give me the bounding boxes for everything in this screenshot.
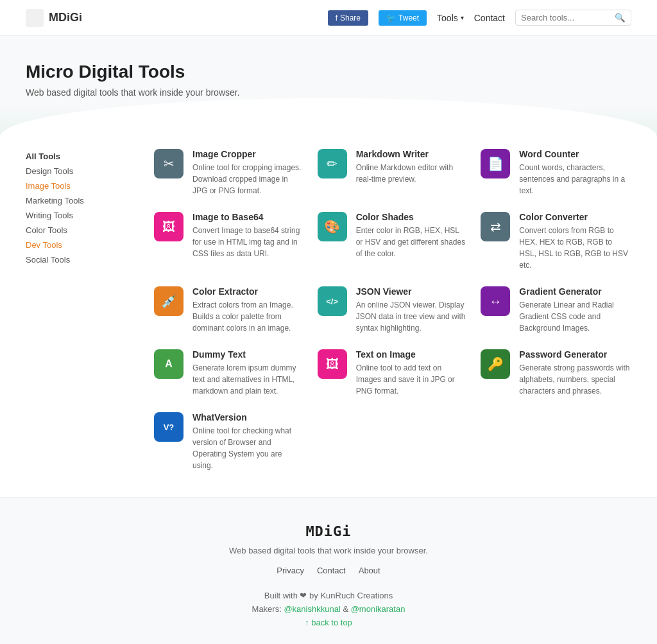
footer-link-about[interactable]: About bbox=[359, 566, 380, 575]
search-button[interactable]: 🔍 bbox=[615, 13, 626, 22]
svg-rect-0 bbox=[26, 9, 44, 27]
tool-card-markdown-writer[interactable]: ✏ Markdown Writer Online Markdown editor… bbox=[318, 149, 468, 196]
sidebar-item-dev-tools[interactable]: Dev Tools bbox=[26, 238, 128, 252]
tool-desc: Convert Image to base64 string for use i… bbox=[192, 225, 305, 259]
tool-card-color-extractor[interactable]: 💉 Color Extractor Extract colors from an… bbox=[154, 286, 305, 334]
tool-card-text-on-image[interactable]: 🖼 Text on Image Online tool to add text … bbox=[318, 349, 468, 397]
dummy-text-icon: A bbox=[154, 349, 183, 379]
back-to-top-link[interactable]: ↑ back to top bbox=[26, 618, 631, 627]
tool-name: Dummy Text bbox=[192, 349, 305, 360]
maker-monika[interactable]: @monikaratan bbox=[351, 604, 405, 614]
logo-icon: 🔧 bbox=[26, 9, 44, 27]
color-converter-icon: ⇄ bbox=[481, 212, 510, 241]
logo-area: 🔧 MDiGi bbox=[26, 9, 82, 27]
password-generator-icon: 🔑 bbox=[481, 349, 510, 379]
tool-card-image-cropper[interactable]: ✂ Image Cropper Online tool for cropping… bbox=[154, 149, 305, 196]
tool-card-gradient-generator[interactable]: ↔ Gradient Generator Generate Linear and… bbox=[481, 286, 631, 334]
footer-built: Built with ❤ by KunRuch Creations bbox=[26, 591, 631, 600]
sidebar-item-social-tools[interactable]: Social Tools bbox=[26, 252, 128, 267]
facebook-icon: f bbox=[336, 13, 337, 22]
tool-card-word-counter[interactable]: 📄 Word Counter Count words, characters, … bbox=[481, 149, 631, 196]
tool-desc: Online tool for cropping images. Downloa… bbox=[192, 162, 305, 196]
footer-logo: MDiGi bbox=[26, 523, 631, 539]
gradient-generator-icon: ↔ bbox=[481, 286, 510, 316]
tool-card-json-viewer[interactable]: </> JSON Viewer An online JSON viewer. D… bbox=[318, 286, 468, 334]
sidebar-item-design-tools[interactable]: Design Tools bbox=[26, 164, 128, 178]
header: 🔧 MDiGi f Share 🐦 Tweet Tools ▾ Contact … bbox=[0, 0, 657, 36]
tool-desc: Online tool to add text on Images and sa… bbox=[356, 362, 468, 397]
hero-section: Micro Digital Tools Web based digital to… bbox=[0, 36, 657, 136]
color-extractor-icon: 💉 bbox=[154, 286, 183, 316]
whatversion-icon: V? bbox=[154, 412, 183, 442]
word-counter-icon: 📄 bbox=[481, 149, 510, 178]
logo-text: MDiGi bbox=[49, 11, 82, 24]
tool-desc: Generate strong passwords with alphabets… bbox=[519, 362, 631, 397]
tool-name: Gradient Generator bbox=[519, 286, 631, 297]
tools-menu-button[interactable]: Tools ▾ bbox=[437, 13, 464, 23]
tool-card-whatversion[interactable]: V? WhatVersion Online tool for checking … bbox=[154, 412, 305, 471]
tool-card-password-generator[interactable]: 🔑 Password Generator Generate strong pas… bbox=[481, 349, 631, 397]
json-viewer-icon: </> bbox=[318, 286, 347, 316]
footer-link-contact[interactable]: Contact bbox=[317, 566, 346, 575]
main-content: All Tools Design Tools Image Tools Marke… bbox=[0, 136, 657, 497]
tool-name: WhatVersion bbox=[192, 412, 305, 422]
tool-name: Image to Base64 bbox=[192, 212, 305, 222]
contact-button[interactable]: Contact bbox=[474, 13, 505, 23]
markdown-writer-icon: ✏ bbox=[318, 149, 347, 178]
footer-link-privacy[interactable]: Privacy bbox=[277, 566, 304, 575]
sidebar-item-image-tools[interactable]: Image Tools bbox=[26, 178, 128, 193]
search-box: 🔍 bbox=[515, 10, 631, 26]
share-button[interactable]: f Share bbox=[328, 10, 368, 26]
tool-name: Image Cropper bbox=[192, 149, 305, 159]
sidebar: All Tools Design Tools Image Tools Marke… bbox=[26, 149, 128, 471]
image-to-base64-icon: 🖼 bbox=[154, 212, 183, 241]
footer-links: Privacy Contact About bbox=[26, 566, 631, 575]
tool-card-dummy-text[interactable]: A Dummy Text Generate lorem ipsum dummy … bbox=[154, 349, 305, 397]
tool-desc: Enter color in RGB, HEX, HSL or HSV and … bbox=[356, 225, 468, 259]
chevron-down-icon: ▾ bbox=[461, 14, 464, 21]
tool-name: Color Converter bbox=[519, 212, 631, 222]
sidebar-item-writing-tools[interactable]: Writing Tools bbox=[26, 208, 128, 223]
hero-subtitle: Web based digital tools that work inside… bbox=[26, 87, 631, 98]
sidebar-item-color-tools[interactable]: Color Tools bbox=[26, 223, 128, 238]
twitter-icon: 🐦 bbox=[386, 13, 396, 22]
footer-makers: Makers: @kanishkkunal & @monikaratan bbox=[26, 604, 631, 614]
tool-name: Password Generator bbox=[519, 349, 631, 360]
sidebar-item-all-tools[interactable]: All Tools bbox=[26, 149, 128, 164]
search-input[interactable] bbox=[521, 13, 611, 22]
color-shades-icon: 🎨 bbox=[318, 212, 347, 241]
image-cropper-icon: ✂ bbox=[154, 149, 183, 178]
tool-desc: Convert colors from RGB to HEX, HEX to R… bbox=[519, 225, 631, 271]
tool-desc: Generate lorem ipsum dummy text and alte… bbox=[192, 362, 305, 397]
tool-card-color-shades[interactable]: 🎨 Color Shades Enter color in RGB, HEX, … bbox=[318, 212, 468, 271]
tool-desc: Online tool for checking what version of… bbox=[192, 425, 305, 471]
tool-desc: Extract colors from an Image. Builds a c… bbox=[192, 299, 305, 334]
tools-grid: ✂ Image Cropper Online tool for cropping… bbox=[154, 149, 631, 471]
tool-name: JSON Viewer bbox=[356, 286, 468, 297]
tool-desc: Count words, characters, sentences and p… bbox=[519, 162, 631, 196]
tool-card-image-to-base64[interactable]: 🖼 Image to Base64 Convert Image to base6… bbox=[154, 212, 305, 271]
footer: MDiGi Web based digital tools that work … bbox=[0, 497, 657, 644]
tool-desc: An online JSON viewer. Display JSON data… bbox=[356, 299, 468, 334]
tool-card-color-converter[interactable]: ⇄ Color Converter Convert colors from RG… bbox=[481, 212, 631, 271]
tool-name: Color Shades bbox=[356, 212, 468, 222]
hero-title: Micro Digital Tools bbox=[26, 62, 631, 82]
tool-name: Markdown Writer bbox=[356, 149, 468, 159]
nav-area: f Share 🐦 Tweet Tools ▾ Contact 🔍 bbox=[328, 10, 631, 26]
tool-name: Color Extractor bbox=[192, 286, 305, 297]
text-on-image-icon: 🖼 bbox=[318, 349, 347, 379]
sidebar-item-marketing-tools[interactable]: Marketing Tools bbox=[26, 193, 128, 208]
maker-kanishk[interactable]: @kanishkkunal bbox=[284, 604, 340, 614]
tool-name: Word Counter bbox=[519, 149, 631, 159]
tool-desc: Online Markdown editor with real-time pr… bbox=[356, 162, 468, 185]
tweet-button[interactable]: 🐦 Tweet bbox=[379, 10, 427, 26]
footer-subtitle: Web based digital tools that work inside… bbox=[26, 546, 631, 555]
tool-desc: Generate Linear and Radial Gradient CSS … bbox=[519, 299, 631, 334]
tool-name: Text on Image bbox=[356, 349, 468, 360]
